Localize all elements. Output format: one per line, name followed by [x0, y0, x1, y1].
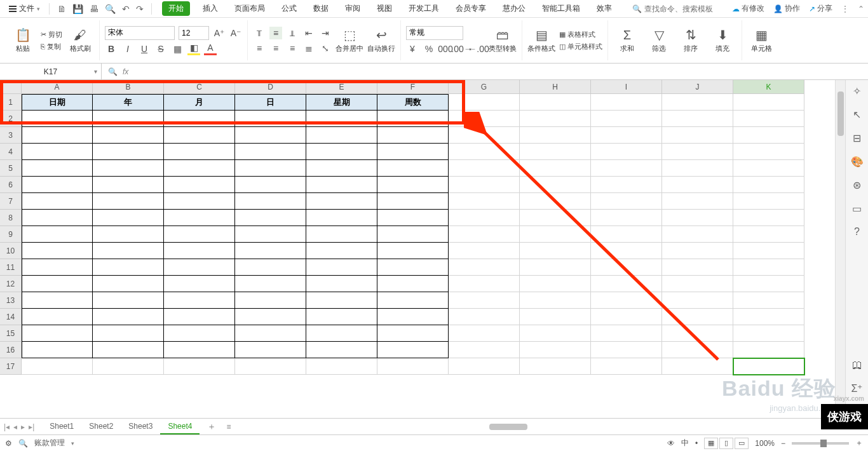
row-header-3[interactable]: 3 — [0, 127, 22, 144]
ribbon-tab-5[interactable]: 审阅 — [341, 1, 364, 17]
justify-icon[interactable]: ≣ — [302, 42, 315, 55]
cell-D5[interactable] — [235, 160, 306, 177]
cell-F9[interactable] — [377, 226, 449, 243]
cell-I10[interactable] — [591, 243, 662, 259]
qat-redo-icon[interactable]: ↷ — [136, 4, 144, 14]
cell-K16[interactable] — [733, 342, 804, 358]
col-header-D[interactable]: D — [235, 80, 306, 94]
cell-F2[interactable] — [377, 111, 449, 127]
cell-F15[interactable] — [377, 325, 449, 342]
cell-I6[interactable] — [591, 177, 662, 193]
cell-H9[interactable] — [520, 226, 591, 243]
align-top-icon[interactable]: ⫪ — [253, 27, 266, 39]
row-header-6[interactable]: 6 — [0, 177, 22, 193]
cell-I15[interactable] — [591, 325, 662, 342]
sp-assistant-icon[interactable]: ✧ — [853, 85, 861, 97]
cell-A1[interactable]: 日期 — [22, 94, 93, 111]
cell-F4[interactable] — [377, 144, 449, 160]
cell-K3[interactable] — [733, 127, 804, 144]
row-header-17[interactable]: 17 — [0, 358, 22, 375]
cell-D3[interactable] — [235, 127, 306, 144]
cell-F6[interactable] — [377, 177, 449, 193]
cell-G9[interactable] — [449, 226, 520, 243]
cell-C14[interactable] — [164, 309, 235, 325]
inc-decimal-icon[interactable]: .00→ — [456, 43, 468, 55]
cell-C2[interactable] — [164, 111, 235, 127]
more-icon[interactable]: ⋮ — [841, 4, 849, 13]
cell-K17[interactable] — [733, 358, 804, 375]
orientation-icon[interactable]: ⤡ — [319, 42, 332, 55]
cell-I9[interactable] — [591, 226, 662, 243]
cell-J1[interactable] — [662, 94, 733, 111]
view-normal-icon[interactable]: ▦ — [704, 438, 718, 449]
cell-J6[interactable] — [662, 177, 733, 193]
cell-K12[interactable] — [733, 276, 804, 292]
cell-C4[interactable] — [164, 144, 235, 160]
cell-B5[interactable] — [93, 160, 164, 177]
row-header-9[interactable]: 9 — [0, 226, 22, 243]
row-header-2[interactable]: 2 — [0, 111, 22, 127]
cell-B14[interactable] — [93, 309, 164, 325]
cell-J17[interactable] — [662, 358, 733, 375]
cell-J4[interactable] — [662, 144, 733, 160]
row-header-11[interactable]: 11 — [0, 259, 22, 276]
sp-cloud-icon[interactable]: ⊛ — [853, 179, 861, 191]
cell-G13[interactable] — [449, 292, 520, 309]
add-sheet-button[interactable]: ＋ — [202, 421, 221, 433]
sp-style-icon[interactable]: 🎨 — [851, 156, 864, 168]
ribbon-tab-8[interactable]: 会员专享 — [452, 1, 490, 17]
sp-tool1-icon[interactable]: 🕮 — [852, 360, 862, 371]
cell-I17[interactable] — [591, 358, 662, 375]
font-size-combo[interactable] — [179, 26, 209, 40]
cell-A15[interactable] — [22, 325, 93, 342]
cell-K9[interactable] — [733, 226, 804, 243]
cell-A11[interactable] — [22, 259, 93, 276]
cell-D13[interactable] — [235, 292, 306, 309]
cell-E10[interactable] — [306, 243, 377, 259]
cell-B15[interactable] — [93, 325, 164, 342]
percent-icon[interactable]: % — [423, 43, 435, 55]
cell-I14[interactable] — [591, 309, 662, 325]
ribbon-tab-4[interactable]: 数据 — [309, 1, 332, 17]
cell-B4[interactable] — [93, 144, 164, 160]
cell-A8[interactable] — [22, 210, 93, 226]
cell-H11[interactable] — [520, 259, 591, 276]
qat-save-icon[interactable]: 💾 — [72, 4, 83, 14]
align-bottom-icon[interactable]: ⫫ — [286, 27, 299, 39]
cell-H16[interactable] — [520, 342, 591, 358]
cell-E12[interactable] — [306, 276, 377, 292]
col-header-I[interactable]: I — [591, 80, 662, 94]
cell-H1[interactable] — [520, 94, 591, 111]
cell-D17[interactable] — [235, 358, 306, 375]
cell-H13[interactable] — [520, 292, 591, 309]
cell-G1[interactable] — [449, 94, 520, 111]
bold-icon[interactable]: B — [105, 43, 118, 55]
cell-D9[interactable] — [235, 226, 306, 243]
cell-E1[interactable]: 星期 — [306, 94, 377, 111]
dec-decimal-icon[interactable]: ←.00 — [472, 43, 485, 55]
cell-K5[interactable] — [733, 160, 804, 177]
cell-D1[interactable]: 日 — [235, 94, 306, 111]
cell-E6[interactable] — [306, 177, 377, 193]
qat-print-icon[interactable]: 🖶 — [90, 4, 98, 14]
row-header-13[interactable]: 13 — [0, 292, 22, 309]
cell-style-button[interactable]: ◫单元格样式 — [559, 42, 602, 51]
row-header-16[interactable]: 16 — [0, 342, 22, 358]
sheet-tab-Sheet2[interactable]: Sheet2 — [81, 419, 121, 434]
cell-A13[interactable] — [22, 292, 93, 309]
align-right-icon[interactable]: ≡ — [286, 42, 299, 55]
zoom-slider[interactable] — [792, 442, 849, 445]
sheet-next-icon[interactable]: ▸ — [21, 422, 25, 431]
cell-K7[interactable] — [733, 193, 804, 210]
decrease-font-icon[interactable]: A⁻ — [229, 27, 242, 39]
comma-icon[interactable]: 000 — [439, 43, 452, 55]
cell-E7[interactable] — [306, 193, 377, 210]
sheet-tab-Sheet3[interactable]: Sheet3 — [121, 419, 160, 434]
cell-H8[interactable] — [520, 210, 591, 226]
cell-E9[interactable] — [306, 226, 377, 243]
cell-F1[interactable]: 周数 — [377, 94, 449, 111]
cell-C17[interactable] — [164, 358, 235, 375]
cell-D8[interactable] — [235, 210, 306, 226]
cell-E16[interactable] — [306, 342, 377, 358]
cell-I2[interactable] — [591, 111, 662, 127]
